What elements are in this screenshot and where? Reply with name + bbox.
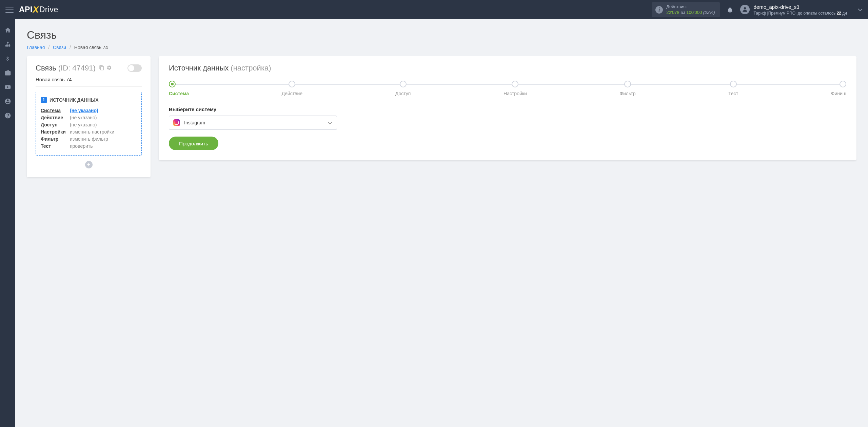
tariff-info: Тариф |Премиум PRO| до оплаты осталось 2… — [754, 11, 847, 16]
wizard-step[interactable]: Доступ — [395, 81, 411, 96]
wizard-step[interactable]: Финиш — [831, 81, 846, 96]
top-header: APIXDrive i Действия: 22'078 из 100'000 … — [0, 0, 868, 19]
wizard-step[interactable]: Настройки — [504, 81, 527, 96]
add-destination-button[interactable]: + — [85, 161, 93, 168]
source-row[interactable]: Доступ(не указано) — [41, 122, 137, 127]
breadcrumb: Главная / Связи / Новая связь 74 — [27, 45, 856, 50]
sidebar-dollar-icon[interactable] — [4, 55, 11, 62]
user-name: demo_apix-drive_s3 — [754, 3, 847, 11]
continue-button[interactable]: Продолжить — [169, 137, 218, 150]
source-box: 1 ИСТОЧНИК ДАННЫХ Система(не указано)Дей… — [36, 92, 142, 156]
actions-label: Действия: — [666, 4, 715, 10]
connection-title: Связь (ID: 47491) — [36, 64, 112, 73]
instagram-icon — [173, 119, 180, 126]
wizard-step[interactable]: Система — [169, 81, 189, 96]
sidebar — [0, 19, 15, 427]
wizard-step[interactable]: Фильтр — [619, 81, 635, 96]
user-menu[interactable]: demo_apix-drive_s3 Тариф |Премиум PRO| д… — [740, 3, 863, 16]
connection-name: Новая связь 74 — [36, 77, 142, 87]
sidebar-briefcase-icon[interactable] — [4, 69, 11, 76]
wizard-steps: СистемаДействиеДоступНастройкиФильтрТест… — [169, 81, 846, 96]
gear-icon[interactable] — [106, 64, 112, 73]
source-row[interactable]: Система(не указано) — [41, 108, 137, 113]
system-select[interactable]: Instagram — [169, 116, 337, 130]
chevron-down-icon — [858, 6, 863, 13]
source-row[interactable]: Тестпроверить — [41, 143, 137, 149]
chevron-down-icon — [328, 120, 332, 125]
breadcrumb-home[interactable]: Главная — [27, 45, 45, 50]
source-row[interactable]: Фильтризменить фильтр — [41, 136, 137, 142]
wizard-step[interactable]: Действие — [282, 81, 303, 96]
logo[interactable]: APIXDrive — [19, 4, 58, 15]
page-title: Связь — [27, 29, 856, 41]
source-header-label: ИСТОЧНИК ДАННЫХ — [50, 97, 99, 103]
sidebar-user-icon[interactable] — [4, 98, 11, 105]
main-content: Связь Главная / Связи / Новая связь 74 С… — [15, 19, 868, 427]
avatar-icon — [740, 5, 750, 14]
select-system-label: Выберите систему — [169, 106, 846, 112]
source-number-badge: 1 — [41, 97, 47, 103]
enable-toggle[interactable] — [127, 64, 142, 72]
source-row[interactable]: Настройкиизменить настройки — [41, 129, 137, 135]
data-source-title: Источник данных (настройка) — [169, 64, 846, 73]
sidebar-home-icon[interactable] — [4, 27, 11, 34]
sidebar-youtube-icon[interactable] — [4, 84, 11, 90]
breadcrumb-current: Новая связь 74 — [74, 45, 108, 50]
data-source-setup-card: Источник данных (настройка) СистемаДейст… — [159, 56, 856, 160]
actions-counter[interactable]: i Действия: 22'078 из 100'000 (22%) — [652, 2, 719, 18]
info-icon: i — [655, 6, 663, 14]
copy-icon[interactable] — [99, 64, 104, 73]
source-row[interactable]: Действие(не указано) — [41, 115, 137, 120]
sidebar-network-icon[interactable] — [4, 41, 11, 48]
bell-icon[interactable] — [727, 6, 733, 13]
connection-card: Связь (ID: 47491) Новая связь 74 1 ИСТОЧ… — [27, 56, 151, 177]
hamburger-menu[interactable] — [5, 7, 14, 13]
wizard-step[interactable]: Тест — [728, 81, 738, 96]
sidebar-help-icon[interactable] — [4, 112, 11, 119]
breadcrumb-links[interactable]: Связи — [53, 45, 66, 50]
